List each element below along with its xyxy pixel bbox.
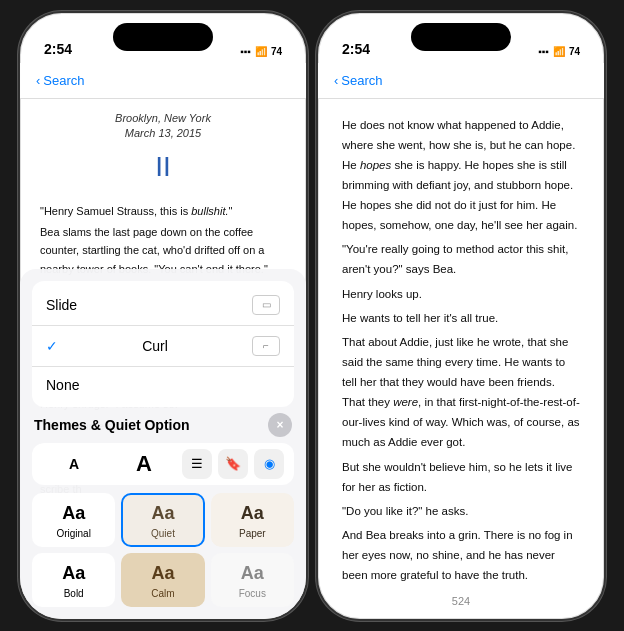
slide-options-menu: Slide ▭ ✓ Curl ⌐ None: [32, 281, 294, 407]
nav-bar-right: ‹ Search: [318, 63, 604, 99]
theme-card-calm[interactable]: Aa Calm: [121, 553, 204, 607]
status-icons-left: ▪▪▪ 📶 74: [240, 46, 282, 57]
left-phone: 2:54 ▪▪▪ 📶 74 ‹ Search Brooklyn, New Yor…: [18, 11, 308, 621]
themes-title: Themes & Quiet Option: [34, 417, 190, 433]
back-button-left[interactable]: ‹ Search: [36, 73, 85, 88]
chapter-number: II: [40, 145, 286, 190]
signal-icon-right: ▪▪▪: [538, 46, 549, 57]
theme-card-focus[interactable]: Aa Focus: [211, 553, 294, 607]
slide-option-curl[interactable]: ✓ Curl ⌐: [32, 326, 294, 367]
theme-grid: Aa Original Aa Quiet Aa Paper Aa Bold Aa: [32, 493, 294, 607]
theme-card-original[interactable]: Aa Original: [32, 493, 115, 547]
bookmark-icon[interactable]: 🔖: [218, 449, 248, 479]
right-phone: 2:54 ▪▪▪ 📶 74 ‹ Search He does not know …: [316, 11, 606, 621]
slide-option-slide[interactable]: Slide ▭: [32, 285, 294, 326]
back-label-left: Search: [43, 73, 84, 88]
font-size-large[interactable]: A: [112, 451, 176, 477]
time-right: 2:54: [342, 41, 370, 57]
theme-label-bold: Bold: [64, 588, 84, 599]
theme-label-focus: Focus: [239, 588, 266, 599]
theme-label-paper: Paper: [239, 528, 266, 539]
theme-aa-paper: Aa: [241, 503, 264, 524]
curl-label: Curl: [142, 338, 168, 354]
curl-icon: ⌐: [252, 336, 280, 356]
none-label: None: [46, 377, 79, 393]
page-number: 524: [452, 595, 470, 607]
battery-right: 74: [569, 46, 580, 57]
theme-card-paper[interactable]: Aa Paper: [211, 493, 294, 547]
eye-icon[interactable]: ◉: [254, 449, 284, 479]
battery-left: 74: [271, 46, 282, 57]
status-icons-right: ▪▪▪ 📶 74: [538, 46, 580, 57]
theme-label-calm: Calm: [151, 588, 174, 599]
right-book-content: He does not know what happened to Addie,…: [318, 99, 604, 589]
font-size-small[interactable]: A: [42, 456, 106, 472]
book-location: Brooklyn, New YorkMarch 13, 2015: [40, 111, 286, 142]
nav-bar-left: ‹ Search: [20, 63, 306, 99]
format-icon[interactable]: ☰: [182, 449, 212, 479]
slide-option-none[interactable]: None: [32, 367, 294, 403]
check-icon: ✓: [46, 338, 58, 354]
dynamic-island: [113, 23, 213, 51]
theme-card-bold[interactable]: Aa Bold: [32, 553, 115, 607]
time-left: 2:54: [44, 41, 72, 57]
theme-aa-bold: Aa: [62, 563, 85, 584]
chevron-left-icon: ‹: [36, 73, 40, 88]
theme-aa-original: Aa: [62, 503, 85, 524]
theme-card-quiet[interactable]: Aa Quiet: [121, 493, 204, 547]
chevron-left-icon-right: ‹: [334, 73, 338, 88]
dynamic-island-right: [411, 23, 511, 51]
signal-icon-left: ▪▪▪: [240, 46, 251, 57]
slide-icon: ▭: [252, 295, 280, 315]
theme-aa-calm: Aa: [151, 563, 174, 584]
back-label-right: Search: [341, 73, 382, 88]
wifi-icon-right: 📶: [553, 46, 565, 57]
bottom-panel: Slide ▭ ✓ Curl ⌐ None Themes: [20, 269, 306, 619]
themes-header: Themes & Quiet Option ×: [32, 413, 294, 437]
theme-label-original: Original: [56, 528, 90, 539]
slide-label: Slide: [46, 297, 77, 313]
close-button[interactable]: ×: [268, 413, 292, 437]
back-button-right[interactable]: ‹ Search: [334, 73, 383, 88]
theme-aa-focus: Aa: [241, 563, 264, 584]
font-controls-row: A A ☰ 🔖 ◉: [32, 443, 294, 485]
book-header: Brooklyn, New YorkMarch 13, 2015 II: [40, 111, 286, 191]
theme-label-quiet: Quiet: [151, 528, 175, 539]
theme-aa-quiet: Aa: [151, 503, 174, 524]
wifi-icon-left: 📶: [255, 46, 267, 57]
